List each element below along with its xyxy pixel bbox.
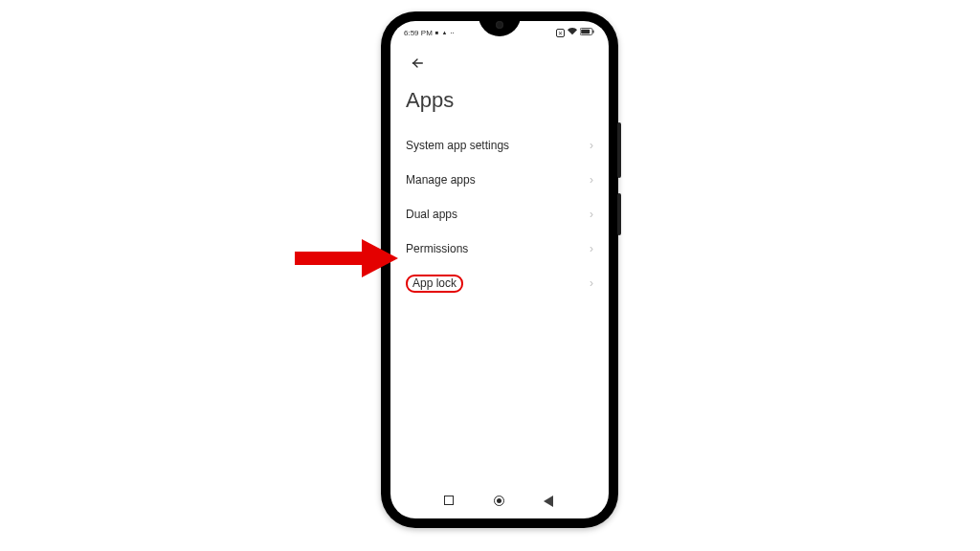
menu-item-permissions[interactable]: Permissions › <box>406 231 593 266</box>
settings-content: Apps System app settings › Manage apps ›… <box>390 40 609 518</box>
android-nav-bar <box>390 490 609 513</box>
status-left: 6:59 PM ■ ▲ ·· <box>404 29 455 37</box>
menu-item-label: Permissions <box>406 242 468 255</box>
status-right: ✕ <box>556 28 595 37</box>
menu-item-label: App lock <box>406 275 463 293</box>
wifi-icon <box>568 28 577 37</box>
status-time: 6:59 PM <box>404 29 433 37</box>
apps-menu-list: System app settings › Manage apps › Dual… <box>406 128 593 300</box>
menu-item-dual-apps[interactable]: Dual apps › <box>406 197 593 231</box>
status-indicator-more: ·· <box>450 29 454 37</box>
status-indicator-cloud: ▲ <box>441 30 447 35</box>
back-nav-button[interactable] <box>544 496 555 507</box>
back-button[interactable] <box>406 52 429 75</box>
battery-icon <box>580 28 595 37</box>
svg-rect-0 <box>295 252 362 265</box>
menu-item-label: Dual apps <box>406 208 457 221</box>
menu-item-label: Manage apps <box>406 173 476 187</box>
recent-apps-button[interactable] <box>444 496 456 507</box>
chevron-right-icon: › <box>590 208 593 221</box>
phone-screen: 6:59 PM ■ ▲ ·· ✕ <box>390 21 609 518</box>
page-title: Apps <box>406 88 593 113</box>
menu-item-label: System app settings <box>406 139 509 152</box>
chevron-right-icon: › <box>590 242 593 255</box>
power-button <box>617 122 621 178</box>
volte-icon: ✕ <box>556 29 565 37</box>
chevron-right-icon: › <box>590 276 593 290</box>
app-lock-highlight: App lock <box>406 275 463 293</box>
status-indicator-camera: ■ <box>435 30 439 35</box>
chevron-right-icon: › <box>590 173 593 187</box>
home-button[interactable] <box>494 496 505 507</box>
chevron-right-icon: › <box>590 139 593 152</box>
svg-rect-3 <box>592 31 593 33</box>
menu-item-app-lock[interactable]: App lock › <box>406 266 593 300</box>
menu-item-manage-apps[interactable]: Manage apps › <box>406 163 593 197</box>
phone-frame: 6:59 PM ■ ▲ ·· ✕ <box>381 11 618 528</box>
menu-item-system-app-settings[interactable]: System app settings › <box>406 128 593 163</box>
volume-button <box>617 193 621 235</box>
svg-rect-4 <box>581 30 590 34</box>
